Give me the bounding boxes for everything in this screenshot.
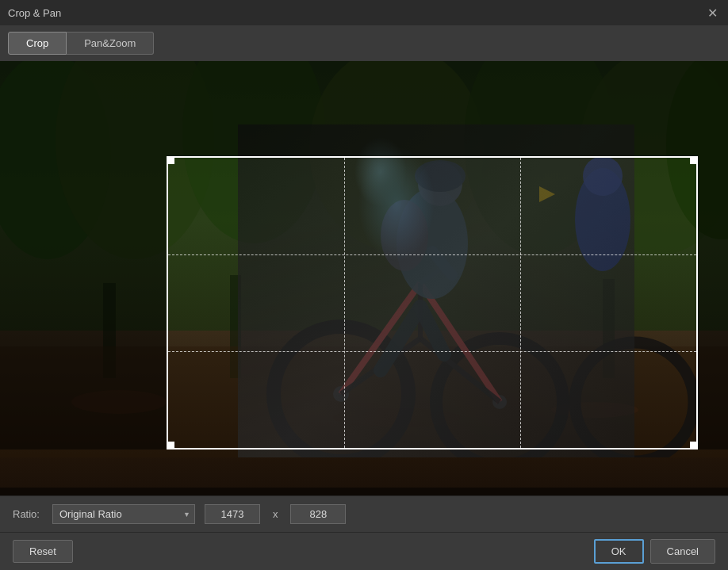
- tab-crop[interactable]: Crop: [8, 32, 67, 55]
- reset-button[interactable]: Reset: [13, 540, 73, 563]
- cancel-button[interactable]: Cancel: [650, 539, 715, 564]
- crop-overlay: [0, 61, 728, 495]
- dim-bottom: [0, 488, 728, 495]
- footer-bar: Reset OK Cancel: [0, 532, 728, 570]
- grid-line-v2: [520, 158, 521, 448]
- dialog-title: Crop & Pan: [8, 7, 61, 19]
- handle-bottom-right[interactable]: [690, 442, 698, 449]
- ratio-select-wrapper[interactable]: Original Ratio 16:9 4:3 1:1 9:16 Custom: [52, 504, 195, 524]
- close-button[interactable]: ✕: [704, 5, 720, 21]
- crop-box[interactable]: [167, 156, 698, 449]
- dim-top: [0, 61, 728, 156]
- grid-line-v1: [344, 158, 345, 448]
- title-bar: Crop & Pan ✕: [0, 0, 728, 25]
- ratio-select[interactable]: Original Ratio 16:9 4:3 1:1 9:16 Custom: [52, 504, 195, 524]
- handle-top-right[interactable]: [690, 156, 698, 164]
- dim-right: [698, 156, 728, 449]
- grid-line-h1: [168, 254, 696, 255]
- grid-line-h2: [168, 351, 696, 352]
- tab-bar: Crop Pan&Zoom: [0, 25, 728, 61]
- handle-bottom-left[interactable]: [167, 442, 174, 449]
- bottom-bar: Ratio: Original Ratio 16:9 4:3 1:1 9:16 …: [0, 495, 728, 532]
- dim-left: [0, 156, 167, 449]
- width-input[interactable]: [205, 504, 260, 524]
- footer-right: OK Cancel: [594, 539, 715, 564]
- ratio-label: Ratio:: [13, 508, 40, 520]
- height-input[interactable]: [290, 504, 346, 524]
- handle-top-left[interactable]: [167, 156, 174, 164]
- ok-button[interactable]: OK: [594, 539, 644, 564]
- canvas-area[interactable]: [0, 61, 728, 495]
- crop-grid: [168, 158, 696, 448]
- dialog: Crop & Pan ✕ Crop Pan&Zoom: [0, 0, 728, 570]
- dimension-separator: x: [273, 508, 278, 520]
- tab-pan-zoom[interactable]: Pan&Zoom: [67, 32, 154, 55]
- footer-left: Reset: [13, 540, 73, 563]
